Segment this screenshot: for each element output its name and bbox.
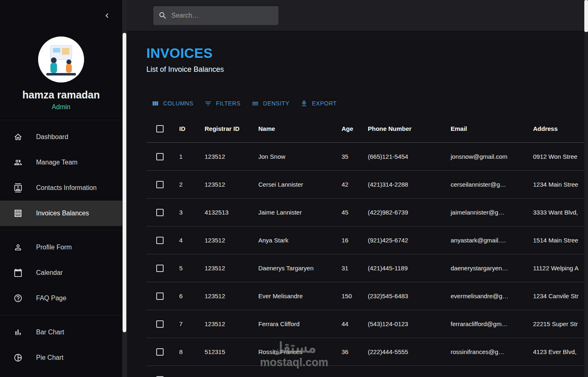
search-box[interactable] bbox=[153, 6, 278, 25]
table-row[interactable]: 7123512Ferrara Clifford44(543)124-0123fe… bbox=[146, 310, 588, 338]
contacts-icon bbox=[14, 183, 23, 192]
sidebar-item-label: Bar Chart bbox=[36, 329, 64, 336]
sidebar-section: Bar ChartPie Chart bbox=[0, 315, 122, 375]
invoices-table: COLUMNSFILTERSDENSITYEXPORT IDRegistrar … bbox=[146, 92, 588, 377]
table-header: IDRegistrar IDNameAgePhone NumberEmailAd… bbox=[146, 115, 588, 143]
table-row[interactable]: 1123512Jon Snow35(665)121-5454jonsnow@gm… bbox=[146, 143, 588, 171]
sidebar-nav: DashboardManage TeamContacts Information… bbox=[0, 120, 122, 375]
sidebar-item-label: Dashboard bbox=[36, 133, 68, 141]
avatar bbox=[38, 37, 84, 82]
cell-age: 150 bbox=[336, 282, 362, 310]
table-toolbar: COLUMNSFILTERSDENSITYEXPORT bbox=[146, 92, 588, 115]
sidebar-item-label: Calendar bbox=[36, 269, 63, 276]
cell-name: Rossini Frances bbox=[253, 338, 336, 366]
column-header-phone[interactable]: Phone Number bbox=[362, 115, 445, 142]
search-input[interactable] bbox=[171, 12, 273, 19]
row-checkbox[interactable] bbox=[156, 292, 164, 300]
cell-address: 3333 Want Blvd, bbox=[527, 199, 588, 226]
cell-id: 5 bbox=[173, 254, 199, 282]
cell-phone: (444)555-6239 bbox=[362, 366, 445, 377]
cell-phone: (232)545-6483 bbox=[362, 282, 445, 310]
cell-address: 0912 Won Stree bbox=[527, 143, 588, 170]
sidebar-header bbox=[0, 0, 122, 31]
column-header-email[interactable]: Email bbox=[445, 115, 527, 142]
table-row[interactable]: 34132513Jaime Lannister45(422)982-6739ja… bbox=[146, 199, 588, 226]
cell-age: 36 bbox=[336, 338, 362, 366]
scrollbar-thumb[interactable] bbox=[123, 33, 126, 332]
column-header-id[interactable]: ID bbox=[173, 115, 199, 142]
table-row[interactable]: 8512315Rossini Frances36(222)444-5555ros… bbox=[146, 338, 588, 366]
sidebar-item-invoices-balances[interactable]: Invoices Balances bbox=[0, 201, 122, 226]
toolbar-button-label: DENSITY bbox=[263, 100, 289, 107]
column-header-age[interactable]: Age bbox=[336, 115, 362, 142]
cell-name: Ever Melisandre bbox=[253, 282, 336, 310]
cell-age: 42 bbox=[336, 171, 362, 198]
column-header-name[interactable]: Name bbox=[253, 115, 336, 142]
row-checkbox[interactable] bbox=[156, 348, 164, 356]
select-all-checkbox[interactable] bbox=[156, 125, 164, 133]
sidebar-item-pie-chart[interactable]: Pie Chart bbox=[0, 345, 122, 370]
row-checkbox[interactable] bbox=[156, 209, 164, 216]
sidebar-item-dashboard[interactable]: Dashboard bbox=[0, 124, 122, 150]
search-icon[interactable] bbox=[158, 11, 167, 20]
cell-address: 22215 Super Str bbox=[527, 310, 588, 338]
filters-button[interactable]: FILTERS bbox=[204, 100, 241, 107]
columns-icon bbox=[151, 100, 159, 107]
sidebar-item-label: Pie Chart bbox=[36, 354, 64, 361]
person-icon bbox=[14, 243, 23, 252]
people-icon bbox=[14, 158, 23, 167]
sidebar-item-label: Manage Team bbox=[36, 159, 77, 166]
cell-name: Cersei Lannister bbox=[253, 171, 336, 198]
row-checkbox[interactable] bbox=[156, 237, 164, 244]
cell-registrarId: 123512 bbox=[199, 171, 253, 198]
topbar bbox=[127, 0, 588, 31]
columns-button[interactable]: COLUMNS bbox=[151, 100, 194, 107]
cell-address: 1234 Canvile Str bbox=[527, 282, 588, 310]
sidebar-item-faq-page[interactable]: FAQ Page bbox=[0, 286, 122, 311]
cell-id: 6 bbox=[173, 282, 199, 310]
filter-icon bbox=[204, 100, 212, 107]
sidebar-section: DashboardManage TeamContacts Information… bbox=[0, 120, 122, 230]
cell-address: 1234 Main Stree bbox=[527, 171, 588, 198]
cell-id: 9 bbox=[173, 366, 199, 377]
sidebar-item-contacts-information[interactable]: Contacts Information bbox=[0, 175, 122, 201]
cell-email: anyastark@gmail.… bbox=[445, 226, 527, 254]
toolbar-button-label: EXPORT bbox=[312, 100, 337, 107]
cell-registrarId: 123512 bbox=[199, 282, 253, 310]
cell-name: Jon Snow bbox=[253, 143, 336, 170]
row-checkbox[interactable] bbox=[156, 265, 164, 272]
chevron-left-icon bbox=[103, 11, 112, 20]
table-row[interactable]: 9928397Harvey Roxie65(444)555-6239harvey… bbox=[146, 366, 588, 377]
cell-age: 45 bbox=[336, 199, 362, 226]
density-button[interactable]: DENSITY bbox=[251, 100, 289, 107]
cell-email: jonsnow@gmail.com bbox=[445, 143, 527, 170]
row-checkbox[interactable] bbox=[156, 181, 164, 188]
cell-email: cerseilannister@g… bbox=[445, 171, 527, 198]
sidebar-item-bar-chart[interactable]: Bar Chart bbox=[0, 320, 122, 345]
sidebar-collapse-button[interactable] bbox=[103, 11, 112, 20]
sidebar-item-manage-team[interactable]: Manage Team bbox=[0, 150, 122, 175]
sidebar-item-label: FAQ Page bbox=[36, 295, 66, 302]
sidebar-item-profile-form[interactable]: Profile Form bbox=[0, 235, 122, 260]
table-row[interactable]: 4123512Anya Stark16(921)425-6742anyastar… bbox=[146, 226, 588, 254]
column-header-registrarId[interactable]: Registrar ID bbox=[199, 115, 253, 142]
table-row[interactable]: 2123512Cersei Lannister42(421)314-2288ce… bbox=[146, 171, 588, 199]
table-row[interactable]: 5123512Daenerys Targaryen31(421)445-1189… bbox=[146, 254, 588, 282]
row-checkbox[interactable] bbox=[156, 153, 164, 160]
table-row[interactable]: 6123512Ever Melisandre150(232)545-6483ev… bbox=[146, 282, 588, 310]
page-subtitle: List of Invoice Balances bbox=[146, 65, 588, 74]
column-header-address[interactable]: Address bbox=[527, 115, 588, 142]
cell-registrarId: 123512 bbox=[199, 226, 253, 254]
sidebar-section: Profile FormCalendarFAQ Page bbox=[0, 230, 122, 315]
cell-phone: (921)425-6742 bbox=[362, 226, 445, 254]
sidebar-item-calendar[interactable]: Calendar bbox=[0, 260, 122, 286]
window-scrollbar-thumb[interactable] bbox=[584, 0, 588, 32]
export-button[interactable]: EXPORT bbox=[300, 100, 337, 107]
window-scrollbar-track[interactable] bbox=[584, 0, 588, 377]
cell-phone: (543)124-0123 bbox=[362, 310, 445, 338]
row-checkbox[interactable] bbox=[156, 320, 164, 328]
toolbar-button-label: FILTERS bbox=[216, 100, 241, 107]
scrollbar-track[interactable] bbox=[122, 0, 127, 377]
cell-email: evermelisandre@g… bbox=[445, 282, 527, 310]
cell-age: 44 bbox=[336, 310, 362, 338]
